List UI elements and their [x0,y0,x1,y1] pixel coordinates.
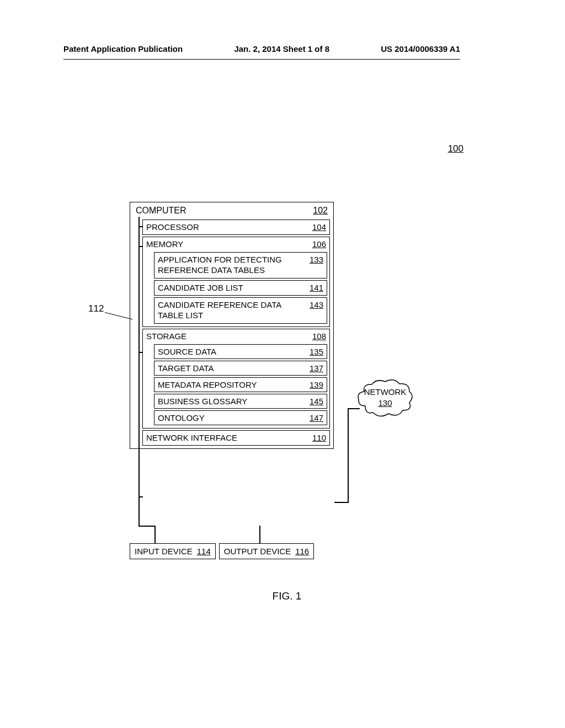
input-device-ref: 114 [197,547,211,556]
memory-item-ref: 141 [310,283,323,292]
storage-item-ref: 145 [310,397,323,406]
input-device-label: INPUT DEVICE [135,547,193,556]
header-center: Jan. 2, 2014 Sheet 1 of 8 [234,44,329,53]
bus-connector-bottom [138,526,155,527]
storage-item: TARGET DATA 137 [154,361,327,376]
processor-box: PROCESSOR 104 [142,220,330,235]
processor-label: PROCESSOR [146,222,199,232]
storage-item-ref: 139 [310,380,323,389]
memory-label: MEMORY [146,239,183,249]
output-device-ref: 116 [295,547,309,556]
network-interface-ref: 110 [312,433,326,442]
storage-item-ref: 135 [310,347,323,356]
storage-item: METADATA REPOSITORY 139 [154,377,327,392]
network-interface-label: NETWORK INTERFACE [146,433,237,442]
memory-item-ref: 133 [310,255,323,264]
storage-item: SOURCE DATA 135 [154,344,327,359]
memory-ref: 106 [312,239,326,249]
computer-label: COMPUTER [136,206,186,216]
storage-item-ref: 137 [310,363,323,373]
bus-line [138,217,140,526]
output-device-connector [259,526,260,543]
storage-item-label: ONTOLOGY [158,413,205,422]
storage-item-ref: 147 [310,413,323,422]
network-connector-h1 [334,502,349,503]
diagram: 100 112 COMPUTER 102 PROCESSOR 104 MEMOR… [88,143,486,607]
storage-item-label: METADATA REPOSITORY [158,380,257,389]
computer-header: COMPUTER 102 [134,205,330,218]
system-reference-number: 100 [448,143,463,154]
memory-item-label: CANDIDATE JOB LIST [158,283,243,293]
memory-item: CANDIDATE JOB LIST 141 [154,280,327,296]
memory-box: MEMORY 106 APPLICATION FOR DETECTING REF… [142,237,330,327]
memory-item: CANDIDATE REFERENCE DATA TABLE LIST 143 [154,297,327,324]
memory-item-ref: 143 [310,300,323,309]
storage-ref: 108 [312,331,326,341]
memory-item: APPLICATION FOR DETECTING REFERENCE DATA… [154,252,327,279]
memory-item-label: CANDIDATE REFERENCE DATA TABLE LIST [158,300,287,321]
bus-reference-number: 112 [88,303,104,314]
network-label: NETWORK [359,387,412,398]
page-header: Patent Application Publication Jan. 2, 2… [63,44,460,60]
output-device-label: OUTPUT DEVICE [224,547,291,556]
network-interface-box: NETWORK INTERFACE 110 [142,430,330,446]
storage-item: ONTOLOGY 147 [154,410,327,425]
figure-caption: FIG. 1 [88,590,486,602]
computer-box: COMPUTER 102 PROCESSOR 104 MEMORY 106 AP… [130,202,334,449]
bus-connector [138,496,143,497]
storage-item-label: BUSINESS GLOSSARY [158,397,247,406]
bus-connector [138,226,143,227]
network-connector-v [348,408,349,503]
storage-label: STORAGE [146,331,186,341]
output-device-box: OUTPUT DEVICE 116 [219,543,314,559]
storage-item: BUSINESS GLOSSARY 145 [154,394,327,409]
bus-connector [138,352,143,353]
bus-drop [154,526,156,543]
network-ref: 130 [359,398,412,409]
input-device-box: INPUT DEVICE 114 [130,543,216,559]
network-cloud: NETWORK 130 [359,381,412,417]
leader-line-112 [103,312,133,326]
storage-item-label: TARGET DATA [158,363,214,373]
io-row: INPUT DEVICE 114 OUTPUT DEVICE 116 [130,543,334,559]
header-left: Patent Application Publication [63,44,183,53]
header-right: US 2014/0006339 A1 [381,44,460,53]
processor-ref: 104 [312,222,326,232]
storage-item-label: SOURCE DATA [158,347,216,356]
network-connector-h2 [348,408,360,409]
computer-ref: 102 [313,206,328,216]
memory-item-label: APPLICATION FOR DETECTING REFERENCE DATA… [158,255,287,276]
storage-box: STORAGE 108 SOURCE DATA 135 TARGET DATA … [142,329,330,429]
network-cloud-group: NETWORK 130 [359,381,412,417]
bus-connector [138,246,143,247]
